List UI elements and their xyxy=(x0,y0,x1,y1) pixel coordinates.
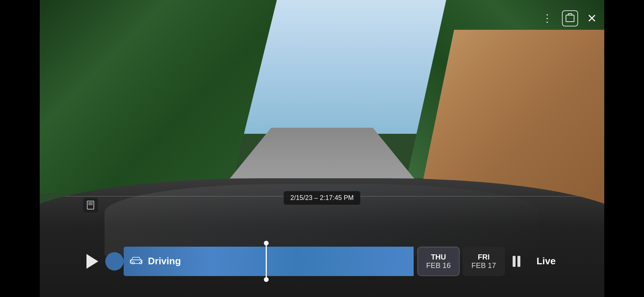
top-icons-group: ⋮ ✕ xyxy=(542,10,597,26)
car-icon xyxy=(130,255,143,268)
pause-button[interactable] xyxy=(509,247,525,276)
day-button-thu-feb-16[interactable]: THU FEB 16 xyxy=(417,247,460,276)
close-button[interactable]: ✕ xyxy=(587,12,597,24)
pause-icon xyxy=(513,256,520,267)
sd-card-button[interactable] xyxy=(83,198,98,212)
play-button[interactable] xyxy=(79,239,105,283)
day-buttons-group: THU FEB 16 FRI FEB 17 xyxy=(417,247,505,276)
timestamp-tooltip: 2/15/23 – 2:17:45 PM xyxy=(284,191,360,205)
timeline-track[interactable]: Driving xyxy=(124,247,414,276)
screenshot-button[interactable] xyxy=(562,10,578,26)
timeline-scrubber[interactable] xyxy=(266,243,267,280)
more-options-button[interactable]: ⋮ xyxy=(542,13,553,24)
sd-card-icon xyxy=(87,201,94,210)
pause-bar-left xyxy=(513,256,516,267)
segment-label: Driving xyxy=(148,255,181,267)
day-date-feb16: FEB 16 xyxy=(426,261,451,270)
timeline-container: Driving xyxy=(124,239,414,283)
left-panel xyxy=(0,0,40,297)
right-panel xyxy=(604,0,644,297)
live-button[interactable]: Live xyxy=(528,247,565,276)
day-name-fri: FRI xyxy=(478,253,489,261)
video-area: ⋮ ✕ 2/15/23 – 2:17:45 PM xyxy=(40,0,604,297)
day-name-thu: THU xyxy=(431,253,446,261)
day-date-feb17: FEB 17 xyxy=(471,261,496,270)
play-icon xyxy=(86,254,98,269)
pause-bar-right xyxy=(517,256,520,267)
bottom-controls-bar: Driving THU FEB 16 FRI FEB 17 xyxy=(79,229,565,297)
day-button-fri-feb-17[interactable]: FRI FEB 17 xyxy=(463,247,505,276)
right-controls: Live xyxy=(509,247,565,276)
timestamp-text: 2/15/23 – 2:17:45 PM xyxy=(290,194,354,201)
segment-dot xyxy=(105,252,124,271)
trees-left xyxy=(40,0,277,193)
live-label: Live xyxy=(537,255,556,267)
driving-segment[interactable]: Driving xyxy=(124,247,414,276)
